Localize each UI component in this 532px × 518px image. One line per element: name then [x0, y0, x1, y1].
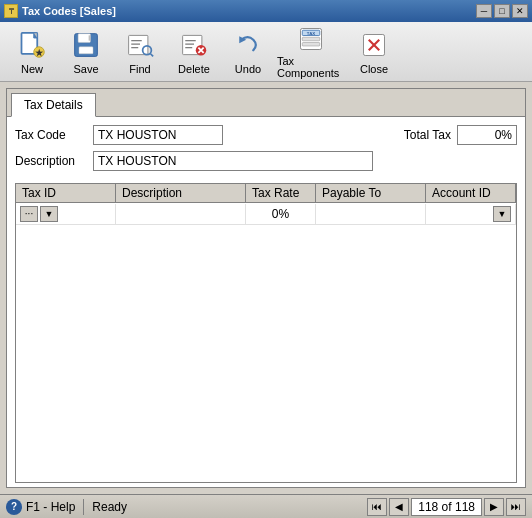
last-page-button[interactable]: ⏭ — [506, 498, 526, 516]
description-input[interactable] — [93, 151, 373, 171]
new-label: New — [21, 63, 43, 75]
col-header-description: Description — [116, 184, 246, 202]
total-tax-section: Total Tax — [404, 125, 517, 145]
total-tax-label: Total Tax — [404, 128, 451, 142]
save-button[interactable]: Save — [60, 26, 112, 78]
of-text: of — [442, 500, 452, 514]
svg-text:TAX: TAX — [307, 30, 315, 35]
close-label: Close — [360, 63, 388, 75]
close-icon — [358, 29, 390, 61]
svg-rect-26 — [302, 42, 320, 46]
delete-label: Delete — [178, 63, 210, 75]
prev-page-button[interactable]: ◀ — [389, 498, 409, 516]
maximize-button[interactable]: □ — [494, 4, 510, 18]
next-page-button[interactable]: ▶ — [484, 498, 504, 516]
total-tax-input[interactable] — [457, 125, 517, 145]
status-separator — [83, 499, 84, 515]
tax-components-label: Tax Components — [277, 55, 345, 79]
svg-rect-9 — [129, 35, 148, 54]
description-row: Description — [15, 151, 517, 171]
svg-line-14 — [151, 53, 154, 56]
find-icon — [124, 29, 156, 61]
find-button[interactable]: Find — [114, 26, 166, 78]
title-buttons: ─ □ ✕ — [476, 4, 528, 18]
grid-header: Tax ID Description Tax Rate Payable To A… — [16, 184, 516, 203]
svg-rect-7 — [79, 46, 93, 53]
cell-description[interactable] — [116, 204, 246, 224]
svg-rect-8 — [89, 35, 91, 40]
tax-id-dropdown-button[interactable]: ▼ — [40, 206, 58, 222]
tab-tax-details[interactable]: Tax Details — [11, 93, 96, 117]
tax-id-ellipsis-button[interactable]: ··· — [20, 206, 38, 222]
new-button[interactable]: ★ New — [6, 26, 58, 78]
cell-account-id: ▼ — [426, 204, 516, 224]
svg-text:★: ★ — [35, 47, 44, 57]
app-icon: ₸ — [4, 4, 18, 18]
col-header-account-id: Account ID — [426, 184, 516, 202]
tax-components-button[interactable]: TAX Tax Components — [276, 26, 346, 78]
undo-icon — [232, 29, 264, 61]
close-window-button[interactable]: ✕ — [512, 4, 528, 18]
tax-code-row: Tax Code Total Tax — [15, 125, 517, 145]
svg-rect-25 — [302, 37, 320, 41]
col-header-payable-to: Payable To — [316, 184, 426, 202]
minimize-button[interactable]: ─ — [476, 4, 492, 18]
description-label: Description — [15, 154, 85, 168]
first-page-button[interactable]: ⏮ — [367, 498, 387, 516]
navigation-controls: ⏮ ◀ 118 of 118 ▶ ⏭ — [367, 498, 526, 516]
save-label: Save — [73, 63, 98, 75]
cell-tax-id: ··· ▼ — [16, 204, 116, 224]
col-header-tax-id: Tax ID — [16, 184, 116, 202]
undo-button[interactable]: Undo — [222, 26, 274, 78]
status-ready-label: Ready — [92, 500, 127, 514]
cell-payable-to[interactable] — [316, 204, 426, 224]
close-button[interactable]: Close — [348, 26, 400, 78]
new-icon: ★ — [16, 29, 48, 61]
tax-components-icon: TAX — [295, 25, 327, 53]
title-bar-left: ₸ Tax Codes [Sales] — [4, 4, 116, 18]
form-area: Tax Code Total Tax Description — [7, 117, 525, 179]
main-content: Tax Details Tax Code Total Tax Descripti… — [0, 82, 532, 494]
account-id-dropdown-button[interactable]: ▼ — [493, 206, 511, 222]
total-pages: 118 — [455, 500, 475, 514]
help-icon: ? — [6, 499, 22, 515]
delete-icon — [178, 29, 210, 61]
save-icon — [70, 29, 102, 61]
title-bar: ₸ Tax Codes [Sales] ─ □ ✕ — [0, 0, 532, 22]
page-info: 118 of 118 — [411, 498, 482, 516]
tax-code-label: Tax Code — [15, 128, 85, 142]
tax-code-input[interactable] — [93, 125, 223, 145]
table-row: ··· ▼ 0% ▼ — [16, 203, 516, 225]
col-header-tax-rate: Tax Rate — [246, 184, 316, 202]
tax-grid: Tax ID Description Tax Rate Payable To A… — [15, 183, 517, 483]
window-title: Tax Codes [Sales] — [22, 5, 116, 17]
current-page: 118 — [418, 500, 438, 514]
help-section: ? F1 - Help — [6, 499, 75, 515]
delete-button[interactable]: Delete — [168, 26, 220, 78]
toolbar: ★ New Save Find — [0, 22, 532, 82]
help-key-label: F1 - Help — [26, 500, 75, 514]
tab-bar: Tax Details — [7, 89, 525, 117]
tab-container: Tax Details Tax Code Total Tax Descripti… — [6, 88, 526, 488]
status-bar: ? F1 - Help Ready ⏮ ◀ 118 of 118 ▶ ⏭ — [0, 494, 532, 518]
cell-tax-rate[interactable]: 0% — [246, 204, 316, 224]
svg-rect-6 — [78, 33, 90, 42]
undo-label: Undo — [235, 63, 261, 75]
find-label: Find — [129, 63, 150, 75]
